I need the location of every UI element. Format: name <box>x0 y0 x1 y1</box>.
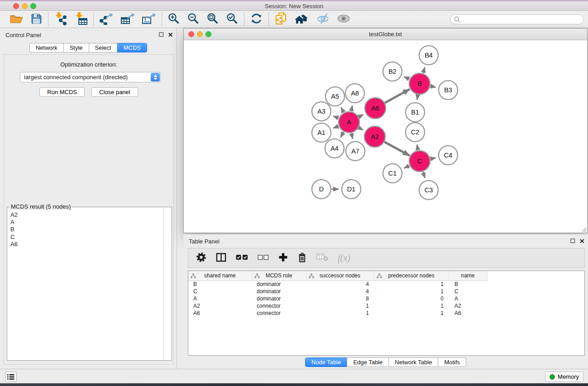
zoom-in-button[interactable] <box>168 13 180 26</box>
graph-edge-A2-C[interactable] <box>384 142 410 156</box>
hide-selected-eye-button[interactable] <box>316 13 330 26</box>
table-row[interactable]: A6connector11A6 <box>188 310 487 317</box>
tab-network[interactable]: Network <box>29 43 64 52</box>
table-cell[interactable]: B <box>449 281 487 288</box>
graph-edge-A-A7[interactable] <box>351 133 353 138</box>
table-cell[interactable]: 1 <box>374 310 449 317</box>
graph-edge-A-A2[interactable] <box>359 128 363 130</box>
graph-node-B[interactable]: B <box>409 73 430 94</box>
table-cell[interactable]: 1 <box>374 288 449 295</box>
search-box[interactable] <box>450 14 584 24</box>
float-table-panel-button[interactable] <box>570 238 575 243</box>
table-tab-motifs[interactable]: Motifs <box>438 357 466 367</box>
open-folder-button[interactable] <box>10 13 23 26</box>
network-zoom-light[interactable] <box>206 31 211 37</box>
graph-node-C3[interactable]: C3 <box>419 181 438 200</box>
table-row[interactable]: Bdominator41B <box>188 281 487 288</box>
import-table-button[interactable] <box>75 12 87 27</box>
table-cell[interactable]: connector <box>252 302 306 310</box>
graph-node-C[interactable]: C <box>409 151 430 172</box>
graph-edge-A6-B[interactable] <box>385 89 410 103</box>
result-list-item[interactable]: A2 <box>10 211 168 219</box>
clone-network-button[interactable] <box>275 12 287 26</box>
tab-style[interactable]: Style <box>63 43 89 52</box>
graph-node-B1[interactable]: B1 <box>406 103 425 122</box>
save-button[interactable] <box>31 13 42 26</box>
table-cell[interactable]: B <box>188 281 252 288</box>
column-header-shared-name[interactable]: shared name <box>188 271 252 281</box>
table-cell[interactable]: 4 <box>306 281 374 288</box>
table-cell[interactable]: 8 <box>306 295 374 302</box>
export-image-button[interactable] <box>142 12 156 26</box>
column-header-MCDS-role[interactable]: MCDS role <box>252 271 306 281</box>
graph-node-C4[interactable]: C4 <box>439 146 458 165</box>
graph-node-A5[interactable]: A5 <box>325 87 344 106</box>
graph-edge-A-A8[interactable] <box>351 105 352 111</box>
table-row[interactable]: Adominator80A <box>188 295 487 302</box>
graph-edge-B-B1[interactable] <box>417 95 418 100</box>
table-cell[interactable]: C <box>449 288 487 295</box>
graph-edge-C-C4[interactable] <box>431 158 436 159</box>
table-cell[interactable]: dominator <box>252 288 306 295</box>
trash-button[interactable] <box>297 252 307 264</box>
graph-edge-C-C3[interactable] <box>423 172 425 178</box>
graph-edge-A-A3[interactable] <box>333 116 339 118</box>
table-cell[interactable]: A6 <box>188 310 252 317</box>
graph-node-A6[interactable]: A6 <box>365 98 386 119</box>
graph-edge-B-B3[interactable] <box>430 86 435 87</box>
search-input[interactable] <box>463 16 580 23</box>
graph-edge-B-B4[interactable] <box>423 67 425 73</box>
delete-table-button[interactable] <box>316 253 328 262</box>
graph-node-A4[interactable]: A4 <box>325 139 344 158</box>
run-mcds-button[interactable]: Run MCDS <box>39 87 85 97</box>
table-cell[interactable]: 0 <box>374 295 449 302</box>
minimize-window-light[interactable] <box>22 3 28 9</box>
table-cell[interactable]: C <box>188 288 252 295</box>
table-cell[interactable]: dominator <box>252 295 306 302</box>
table-tab-network-table[interactable]: Network Table <box>388 357 438 367</box>
table-row[interactable]: A2connector11A2 <box>188 302 487 310</box>
table-cell[interactable]: 1 <box>374 302 449 310</box>
graph-node-C1[interactable]: C1 <box>383 164 402 183</box>
import-network-button[interactable] <box>54 12 67 27</box>
graph-node-D[interactable]: D <box>312 180 331 199</box>
export-network-button[interactable] <box>100 12 113 26</box>
zoom-fit-button[interactable] <box>207 13 219 26</box>
table-cell[interactable]: A <box>188 295 252 302</box>
graph-edge-C-C2[interactable] <box>417 145 418 150</box>
show-all-eye-button[interactable] <box>337 14 350 24</box>
column-header-predecessor-nodes[interactable]: predecessor nodes <box>374 271 449 281</box>
gear-button[interactable] <box>196 252 206 264</box>
graph-edge-A-A1[interactable] <box>333 126 338 128</box>
graph-node-A8[interactable]: A8 <box>345 84 364 103</box>
graph-node-A7[interactable]: A7 <box>346 142 365 161</box>
add-button[interactable] <box>278 253 288 263</box>
zoom-window-light[interactable] <box>30 3 36 9</box>
split-columns-button[interactable] <box>216 253 226 264</box>
home-button[interactable] <box>295 13 309 25</box>
close-window-light[interactable] <box>13 3 19 9</box>
column-header-successor-nodes[interactable]: successor nodes <box>306 271 374 281</box>
select-all-checks-button[interactable] <box>236 254 248 262</box>
float-panel-button[interactable] <box>159 32 164 37</box>
result-scrollbar[interactable] <box>163 208 164 359</box>
close-panel-action-button[interactable]: Close panel <box>91 87 138 97</box>
graph-node-B3[interactable]: B3 <box>439 81 458 100</box>
graph-edge-A-A5[interactable] <box>341 108 344 112</box>
result-list-item[interactable]: C <box>10 234 168 241</box>
close-panel-button[interactable] <box>168 32 173 37</box>
network-window-titlebar[interactable]: testGlobe.txt <box>184 29 587 40</box>
table-cell[interactable]: dominator <box>252 281 306 288</box>
result-list-item[interactable]: A <box>10 219 168 226</box>
fx-button[interactable]: f(x) <box>338 253 350 263</box>
network-minimize-light[interactable] <box>197 31 203 37</box>
graph-edge-C-C1[interactable] <box>404 166 410 168</box>
table-cell[interactable]: A2 <box>449 302 487 310</box>
table-cell[interactable]: A2 <box>188 302 252 310</box>
graph-node-A2[interactable]: A2 <box>364 126 385 147</box>
graph-node-A3[interactable]: A3 <box>312 102 331 121</box>
memory-button[interactable]: Memory <box>545 372 583 382</box>
result-list-item[interactable]: A6 <box>10 241 168 248</box>
table-cell[interactable]: connector <box>252 310 306 317</box>
graph-node-A[interactable]: A <box>339 112 359 133</box>
